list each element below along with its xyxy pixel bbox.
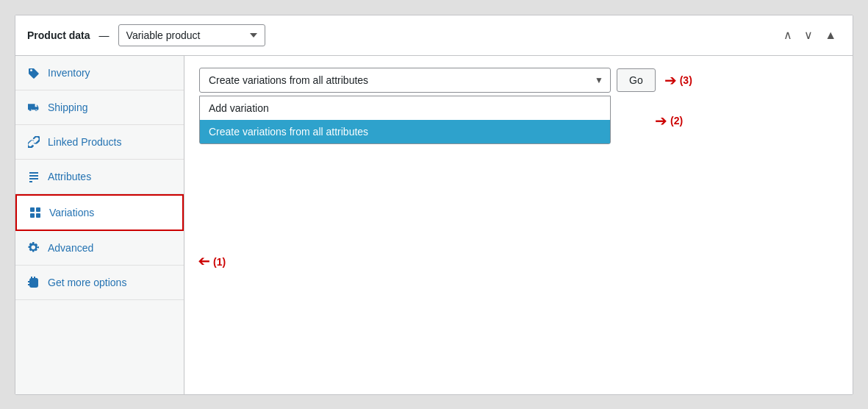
annotation-1: ➔ (1) [198, 255, 226, 269]
annotation-1-label: (1) [213, 256, 226, 268]
content-area: Add variation Create variations from all… [184, 56, 853, 394]
svg-rect-7 [36, 213, 40, 218]
header-controls: ∧ ∨ ▲ [779, 25, 841, 45]
svg-rect-6 [30, 213, 35, 218]
gear-icon [27, 241, 40, 255]
sidebar-item-linked-products[interactable]: Linked Products [15, 125, 184, 160]
svg-rect-3 [29, 181, 32, 182]
sidebar: Inventory Shipping Linked Products Attri… [15, 56, 184, 394]
tag-icon [27, 66, 40, 79]
sidebar-item-variations[interactable]: Variations [15, 194, 184, 231]
arrow-right-icon-3: ➔ [664, 73, 677, 88]
product-data-header: Product data — Variable product Simple p… [15, 15, 853, 56]
dropdown-option-add-variation[interactable]: Add variation [200, 96, 610, 120]
sidebar-item-get-more-options[interactable]: Get more options [15, 266, 184, 300]
sidebar-label-inventory: Inventory [48, 67, 90, 79]
svg-rect-1 [29, 175, 38, 177]
collapse-up-button[interactable]: ∧ [779, 25, 797, 45]
sidebar-item-inventory[interactable]: Inventory [15, 56, 184, 90]
grid-icon [29, 206, 42, 219]
sidebar-label-advanced: Advanced [48, 242, 93, 254]
collapse-down-button[interactable]: ∨ [800, 25, 817, 45]
annotation-3: ➔ (3) [664, 73, 692, 88]
main-layout: Inventory Shipping Linked Products Attri… [15, 56, 853, 394]
variation-controls: Add variation Create variations from all… [199, 68, 838, 93]
truck-icon [27, 101, 40, 114]
header-dash: — [99, 29, 110, 41]
go-button[interactable]: Go [617, 68, 656, 92]
sidebar-label-linked-products: Linked Products [48, 136, 121, 148]
arrow-left-icon-1: ➔ [198, 255, 210, 269]
svg-rect-2 [29, 178, 38, 179]
sidebar-label-variations: Variations [49, 207, 94, 218]
product-data-panel: Product data — Variable product Simple p… [15, 15, 853, 395]
sidebar-label-attributes: Attributes [48, 171, 91, 182]
variation-select-wrapper: Add variation Create variations from all… [199, 68, 611, 93]
dropdown-options: Add variation Create variations from all… [199, 96, 611, 144]
product-type-select[interactable]: Variable product Simple product Grouped … [118, 24, 265, 46]
variation-select[interactable]: Add variation Create variations from all… [199, 68, 611, 93]
product-data-label: Product data [27, 29, 90, 41]
expand-button[interactable]: ▲ [820, 26, 841, 45]
sidebar-item-shipping[interactable]: Shipping [15, 90, 184, 125]
sidebar-item-advanced[interactable]: Advanced [15, 231, 184, 266]
list-icon [27, 170, 40, 183]
sidebar-label-get-more-options: Get more options [48, 277, 126, 288]
plugin-icon [27, 276, 40, 289]
dropdown-option-create-variations[interactable]: Create variations from all attributes [200, 120, 610, 143]
annotation-2-label: (2) [670, 115, 683, 127]
arrow-right-icon-2: ➔ [655, 113, 667, 128]
svg-rect-4 [30, 207, 35, 212]
sidebar-item-attributes[interactable]: Attributes [15, 160, 184, 194]
svg-rect-5 [36, 207, 40, 212]
annotation-2: ➔ (2) [655, 113, 683, 128]
svg-rect-0 [29, 172, 38, 174]
annotation-3-label: (3) [680, 74, 692, 86]
sidebar-label-shipping: Shipping [48, 102, 88, 113]
link-icon [27, 135, 40, 149]
